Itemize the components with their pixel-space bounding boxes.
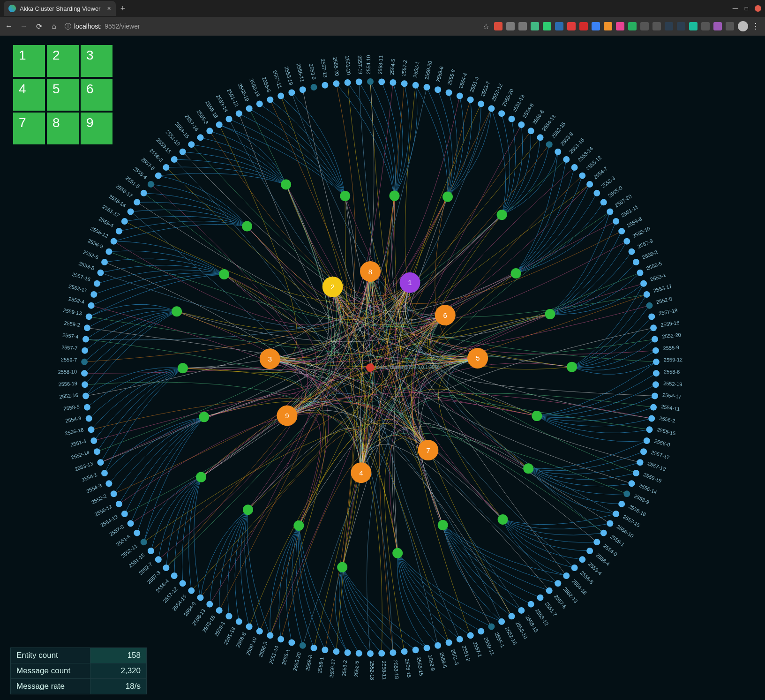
outer-node[interactable] — [640, 448, 647, 455]
outer-node[interactable] — [236, 110, 242, 117]
outer-node[interactable] — [188, 141, 195, 148]
outer-node[interactable] — [646, 302, 652, 309]
outer-node[interactable] — [546, 141, 553, 148]
outer-node[interactable] — [508, 116, 515, 122]
outer-node[interactable] — [105, 248, 112, 255]
outer-node[interactable] — [600, 530, 607, 536]
pad-button-2[interactable]: 2 — [47, 45, 79, 77]
outer-node[interactable] — [563, 156, 570, 163]
outer-node[interactable] — [111, 490, 117, 497]
window-min-icon[interactable]: — — [733, 5, 738, 12]
outer-node[interactable] — [311, 645, 317, 651]
outer-node[interactable] — [579, 556, 585, 563]
outer-node[interactable] — [446, 89, 452, 96]
site-info-icon[interactable]: i — [65, 23, 71, 30]
extension-icon[interactable] — [579, 22, 588, 30]
outer-node[interactable] — [246, 105, 253, 112]
address-bar[interactable]: i localhost:9552/viewer — [65, 23, 140, 30]
outer-node[interactable] — [105, 480, 112, 487]
outer-node[interactable] — [111, 238, 117, 245]
outer-node[interactable] — [467, 632, 474, 639]
profile-avatar[interactable] — [738, 21, 748, 31]
outer-node[interactable] — [629, 480, 635, 487]
outer-node[interactable] — [390, 79, 396, 86]
extension-icon[interactable] — [592, 22, 600, 30]
outer-node[interactable] — [528, 601, 534, 608]
outer-node[interactable] — [633, 259, 639, 265]
outer-node[interactable] — [457, 636, 463, 642]
outer-node[interactable] — [84, 324, 90, 331]
outer-node[interactable] — [206, 128, 213, 134]
outer-node[interactable] — [98, 459, 104, 466]
outer-node[interactable] — [488, 105, 495, 112]
shard-node[interactable] — [172, 306, 182, 316]
outer-node[interactable] — [648, 313, 655, 320]
outer-node[interactable] — [546, 587, 553, 594]
nav-home-icon[interactable]: ⌂ — [50, 22, 58, 30]
outer-node[interactable] — [446, 640, 452, 646]
shard-node[interactable] — [281, 179, 291, 189]
outer-node[interactable] — [518, 607, 525, 614]
new-tab-button[interactable]: + — [120, 4, 126, 14]
extension-icon[interactable] — [616, 22, 624, 30]
outer-node[interactable] — [618, 228, 625, 234]
extension-icon[interactable] — [494, 22, 502, 30]
outer-node[interactable] — [637, 459, 643, 466]
extension-icon[interactable] — [652, 22, 661, 30]
outer-node[interactable] — [367, 78, 374, 85]
outer-node[interactable] — [128, 520, 134, 527]
shard-node[interactable] — [389, 191, 399, 201]
outer-node[interactable] — [457, 93, 463, 99]
outer-node[interactable] — [528, 128, 534, 134]
nav-reload-icon[interactable]: ⟳ — [35, 22, 43, 31]
outer-node[interactable] — [206, 601, 213, 608]
outer-node[interactable] — [82, 347, 88, 354]
outer-node[interactable] — [278, 636, 284, 642]
outer-node[interactable] — [155, 556, 162, 563]
shard-node[interactable] — [392, 548, 403, 558]
outer-node[interactable] — [94, 448, 100, 455]
outer-node[interactable] — [81, 370, 88, 376]
outer-node[interactable] — [188, 587, 195, 594]
outer-node[interactable] — [128, 208, 134, 215]
outer-node[interactable] — [607, 208, 613, 215]
outer-node[interactable] — [488, 624, 495, 630]
shard-node[interactable] — [442, 192, 453, 202]
outer-node[interactable] — [600, 199, 607, 205]
shard-node[interactable] — [523, 463, 533, 474]
outer-node[interactable] — [623, 490, 630, 497]
outer-node[interactable] — [478, 628, 484, 634]
outer-node[interactable] — [652, 381, 659, 388]
pad-button-5[interactable]: 5 — [47, 79, 79, 111]
extension-icon[interactable] — [506, 22, 515, 30]
window-max-icon[interactable]: □ — [745, 5, 748, 12]
pad-button-1[interactable]: 1 — [13, 45, 45, 77]
pad-button-3[interactable]: 3 — [81, 45, 112, 77]
outer-node[interactable] — [141, 190, 147, 196]
shard-node[interactable] — [219, 269, 229, 279]
outer-node[interactable] — [216, 121, 223, 128]
outer-node[interactable] — [171, 156, 178, 163]
extension-icon[interactable] — [555, 22, 563, 30]
outer-node[interactable] — [86, 313, 92, 320]
outer-node[interactable] — [267, 97, 273, 103]
outer-node[interactable] — [401, 80, 408, 87]
outer-node[interactable] — [226, 116, 232, 122]
outer-node[interactable] — [537, 134, 543, 141]
outer-node[interactable] — [197, 134, 204, 141]
outer-node[interactable] — [508, 613, 515, 619]
bookmark-star-icon[interactable]: ☆ — [482, 22, 490, 31]
outer-node[interactable] — [593, 539, 600, 545]
outer-node[interactable] — [571, 565, 578, 571]
outer-node[interactable] — [390, 649, 396, 656]
shard-node[interactable] — [498, 514, 508, 525]
outer-node[interactable] — [629, 248, 635, 255]
outer-node[interactable] — [82, 393, 89, 399]
shard-node[interactable] — [178, 363, 188, 373]
outer-node[interactable] — [256, 101, 263, 107]
outer-node[interactable] — [121, 511, 128, 517]
pad-button-9[interactable]: 9 — [81, 113, 112, 144]
extension-icon[interactable] — [567, 22, 576, 30]
outer-node[interactable] — [333, 80, 339, 87]
shard-node[interactable] — [199, 412, 209, 422]
